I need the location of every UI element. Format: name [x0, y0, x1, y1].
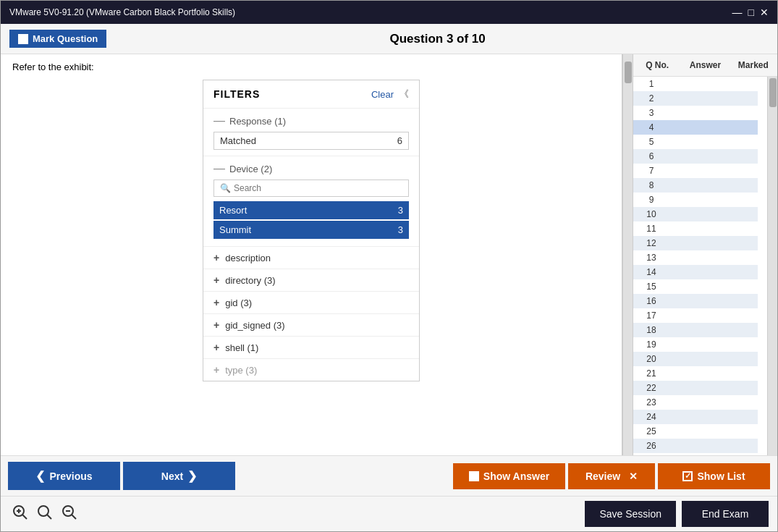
- zoom-out-button[interactable]: [59, 502, 80, 526]
- zoom-reset-icon: [37, 504, 53, 520]
- toolbar: Mark Question Question 3 of 10: [1, 24, 777, 54]
- filters-collapse-icon[interactable]: 《: [399, 88, 409, 101]
- expand-icon-shell: +: [213, 342, 219, 353]
- sidebar-row-marked: [714, 209, 758, 219]
- device-search-box[interactable]: 🔍: [213, 180, 409, 197]
- filter-expand-gid-signed[interactable]: + gid_signed (3): [203, 314, 419, 337]
- sidebar-row-marked: [714, 93, 758, 104]
- filter-item-resort[interactable]: Resort 3: [213, 201, 409, 219]
- filter-item-summit-label: Summit: [219, 224, 251, 235]
- sidebar-row-answer: [669, 339, 714, 350]
- sidebar-row-num: 23: [633, 397, 669, 408]
- svg-line-8: [72, 515, 76, 519]
- filter-expand-description[interactable]: + description: [203, 247, 419, 269]
- sidebar-row-num: 18: [633, 325, 669, 335]
- show-list-checkbox-icon: ✓: [682, 471, 693, 481]
- sidebar-row[interactable]: 1: [633, 77, 758, 91]
- sidebar-row[interactable]: 11: [633, 221, 758, 236]
- sidebar-row[interactable]: 12: [633, 236, 758, 250]
- filter-expand-directory[interactable]: + directory (3): [203, 269, 419, 292]
- sidebar-row-num: 11: [633, 224, 669, 234]
- sidebar-row-num: 4: [633, 122, 669, 132]
- next-chevron-icon: ❯: [187, 469, 197, 483]
- sidebar-row-num: 16: [633, 296, 669, 306]
- zoom-in-button[interactable]: [9, 502, 31, 526]
- show-answer-button[interactable]: Show Answer: [453, 463, 565, 489]
- end-exam-button[interactable]: End Exam: [682, 501, 769, 527]
- sidebar-row-marked: [714, 397, 758, 408]
- sidebar-row[interactable]: 9: [633, 193, 758, 207]
- filter-expand-label-gid-signed: gid_signed (3): [225, 320, 284, 331]
- sidebar-row[interactable]: 19: [633, 337, 758, 352]
- filter-item-resort-count: 3: [398, 205, 403, 216]
- sidebar-row[interactable]: 3: [633, 106, 758, 120]
- sidebar-scrollbar[interactable]: [767, 77, 777, 455]
- close-button[interactable]: ✕: [760, 7, 769, 18]
- filter-item-summit[interactable]: Summit 3: [213, 221, 409, 239]
- filters-panel: FILTERS Clear 《 — Response (1) Matched 6: [203, 80, 420, 381]
- sidebar-row[interactable]: 6: [633, 149, 758, 164]
- sidebar-row[interactable]: 15: [633, 279, 758, 294]
- sidebar-row-num: 26: [633, 441, 669, 451]
- expand-icon-gid-signed: +: [213, 319, 219, 331]
- filter-expand-gid[interactable]: + gid (3): [203, 292, 419, 314]
- sidebar-row-answer: [669, 137, 714, 147]
- sidebar-row-answer: [669, 397, 714, 408]
- response-section-header: — Response (1): [213, 114, 409, 127]
- filter-expand-label-shell: shell (1): [225, 342, 258, 353]
- matched-label: Matched: [220, 135, 256, 146]
- sidebar-row-num: 19: [633, 339, 669, 350]
- sidebar-row[interactable]: 25: [633, 424, 758, 439]
- sidebar-row[interactable]: 20: [633, 352, 758, 366]
- previous-button[interactable]: ❮ Previous: [8, 462, 120, 490]
- sidebar-row[interactable]: 14: [633, 265, 758, 279]
- sidebar-row-num: 6: [633, 151, 669, 161]
- sidebar-row[interactable]: 22: [633, 381, 758, 395]
- sidebar-row-marked: [714, 325, 758, 335]
- mark-question-button[interactable]: Mark Question: [9, 30, 106, 48]
- sidebar-row-answer: [669, 282, 714, 292]
- filter-expand-label-directory: directory (3): [225, 275, 275, 286]
- sidebar-row[interactable]: 18: [633, 323, 758, 337]
- sidebar-row[interactable]: 21: [633, 366, 758, 381]
- sidebar-row[interactable]: 24: [633, 410, 758, 424]
- next-button[interactable]: Next ❯: [123, 462, 235, 490]
- sidebar-row[interactable]: 5: [633, 135, 758, 149]
- filters-clear-button[interactable]: Clear: [371, 89, 394, 100]
- show-list-label: Show List: [697, 470, 745, 482]
- minimize-button[interactable]: —: [732, 7, 743, 18]
- sidebar-row[interactable]: 16: [633, 294, 758, 308]
- sidebar-row-num: 2: [633, 93, 669, 104]
- sidebar-row[interactable]: 10: [633, 207, 758, 221]
- sidebar-row-marked: [714, 238, 758, 248]
- sidebar-row-num: 24: [633, 412, 669, 422]
- sidebar-row[interactable]: 17: [633, 308, 758, 323]
- filter-item-summit-count: 3: [398, 224, 403, 235]
- sidebar-row[interactable]: 7: [633, 164, 758, 178]
- sidebar-row[interactable]: 4: [633, 120, 758, 135]
- main-content: Refer to the exhibit: FILTERS Clear 《 — …: [1, 54, 777, 455]
- sidebar-scroll-thumb: [769, 78, 777, 107]
- sidebar-container: Q No. Answer Marked 1 2 3 4 5: [622, 54, 777, 455]
- sidebar-row[interactable]: 23: [633, 395, 758, 410]
- zoom-reset-button[interactable]: [34, 502, 56, 526]
- content-scrollbar[interactable]: [622, 54, 633, 455]
- response-filter-section: — Response (1) Matched 6: [203, 109, 419, 156]
- filter-expand-label-description: description: [225, 253, 271, 263]
- review-button[interactable]: Review ✕: [568, 463, 655, 489]
- filter-expand-type[interactable]: + type (3): [203, 359, 419, 381]
- filter-expand-shell[interactable]: + shell (1): [203, 337, 419, 359]
- sidebar-row[interactable]: 13: [633, 250, 758, 265]
- device-search-input[interactable]: [234, 183, 402, 193]
- title-bar: VMware 5V0-91.20 (VMware Carbon Black Po…: [1, 1, 777, 24]
- maximize-button[interactable]: □: [748, 7, 754, 18]
- filters-header: FILTERS Clear 《: [203, 80, 419, 109]
- sidebar-row-marked: [714, 383, 758, 393]
- sidebar-row-marked: [714, 122, 758, 132]
- sidebar-row[interactable]: 2: [633, 91, 758, 106]
- show-list-button[interactable]: ✓ Show List: [658, 463, 770, 489]
- save-session-button[interactable]: Save Session: [585, 501, 676, 527]
- svg-line-3: [22, 515, 27, 519]
- sidebar-row[interactable]: 26: [633, 439, 758, 453]
- sidebar-row[interactable]: 8: [633, 178, 758, 193]
